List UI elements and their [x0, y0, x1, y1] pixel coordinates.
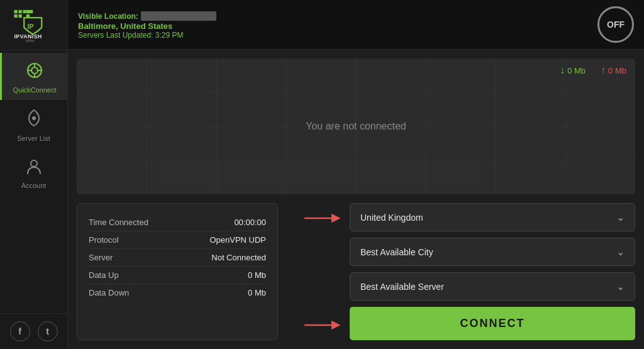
- servers-updated: Servers Last Updated: 3:29 PM: [78, 31, 216, 40]
- server-dropdown[interactable]: Best Available Server ⌄: [350, 272, 635, 301]
- facebook-icon[interactable]: f: [10, 321, 30, 341]
- svg-rect-0: [14, 10, 17, 13]
- power-button[interactable]: OFF: [597, 6, 634, 43]
- sidebar-social: f t: [0, 313, 67, 349]
- quickconnect-icon: [26, 62, 43, 83]
- location-value: Baltimore, United States: [78, 21, 216, 31]
- sidebar-item-serverlist[interactable]: Server List: [0, 100, 67, 148]
- ipvanish-logo: IP IPVANISH VPN: [12, 8, 56, 42]
- stat-row-datadown: Data Down 0 Mb: [89, 284, 266, 301]
- serverlist-icon: [26, 109, 42, 131]
- svg-rect-3: [18, 14, 21, 18]
- sidebar-item-account[interactable]: Account: [0, 148, 67, 196]
- server-chevron-icon: ⌄: [616, 280, 625, 292]
- svg-point-18: [32, 116, 36, 120]
- quickconnect-label: QuickConnect: [13, 86, 56, 94]
- city-chevron-icon: ⌄: [616, 246, 625, 258]
- city-dropdown[interactable]: Best Available City ⌄: [350, 238, 635, 266]
- logo-area: IP IPVANISH VPN: [0, 0, 67, 50]
- map-area: ↓ 0 Mb ↑ 0 Mb You are not connected: [77, 58, 635, 194]
- map-grid: [77, 58, 635, 194]
- connect-button[interactable]: CONNECT: [350, 307, 635, 340]
- svg-text:VPN: VPN: [25, 39, 34, 42]
- stat-row-time: Time Connected 00:00:00: [89, 214, 266, 231]
- account-label: Account: [21, 182, 47, 189]
- svg-rect-8: [30, 10, 33, 13]
- svg-rect-1: [18, 10, 21, 13]
- account-icon: [25, 157, 43, 179]
- svg-point-19: [31, 160, 37, 167]
- connect-arrow-indicator: [298, 316, 342, 334]
- main-content: Visible Location: Baltimore, United Stat…: [68, 0, 644, 349]
- stat-row-dataup: Data Up 0 Mb: [89, 267, 266, 284]
- connect-arrow-icon: [298, 316, 342, 334]
- stats-box: Time Connected 00:00:00 Protocol OpenVPN…: [77, 203, 278, 340]
- visible-location-label: Visible Location:: [78, 10, 216, 21]
- svg-text:IP: IP: [27, 23, 33, 30]
- stat-row-protocol: Protocol OpenVPN UDP: [89, 231, 266, 249]
- controls-area: United Kingdom ⌄ Best Available City ⌄ B…: [287, 203, 635, 340]
- svg-point-13: [31, 67, 38, 74]
- app-header: Visible Location: Baltimore, United Stat…: [68, 0, 644, 50]
- serverlist-label: Server List: [17, 135, 50, 142]
- sidebar: IP IPVANISH VPN QuickConnect: [0, 0, 68, 349]
- country-arrow-indicator: [298, 209, 342, 227]
- svg-rect-4: [23, 10, 26, 13]
- country-chevron-icon: ⌄: [616, 211, 625, 223]
- stat-row-server: Server Not Connected: [89, 249, 266, 267]
- svg-rect-2: [14, 14, 17, 18]
- sidebar-item-quickconnect[interactable]: QuickConnect: [0, 53, 67, 100]
- bottom-panel: Time Connected 00:00:00 Protocol OpenVPN…: [68, 194, 644, 349]
- country-dropdown[interactable]: United Kingdom ⌄: [350, 203, 635, 231]
- svg-rect-6: [26, 10, 29, 13]
- twitter-icon[interactable]: t: [38, 321, 58, 341]
- country-arrow-icon: [298, 209, 342, 227]
- header-info: Visible Location: Baltimore, United Stat…: [78, 10, 216, 40]
